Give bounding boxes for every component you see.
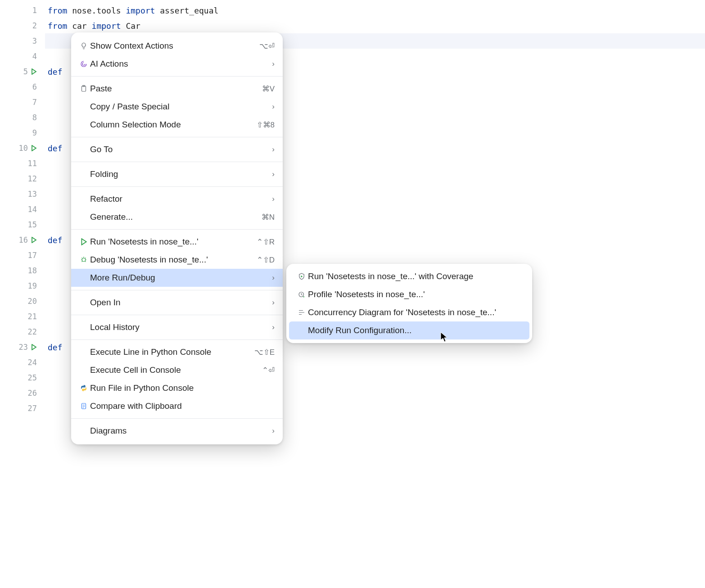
menu-item-shortcut: ⌃⇧D [257, 255, 275, 265]
run-gutter-icon[interactable] [31, 237, 37, 243]
menu-item-diagrams[interactable]: Diagrams › [71, 422, 283, 440]
gutter-line[interactable]: 8 [0, 110, 45, 125]
menu-item-paste[interactable]: Paste ⌘V [71, 80, 283, 98]
chevron-right-icon: › [272, 59, 275, 68]
shield-run-icon [295, 272, 308, 280]
menu-item-label: Run File in Python Console [90, 383, 275, 393]
menu-item-label: Paste [90, 84, 258, 94]
menu-item-copy-paste-special[interactable]: Copy / Paste Special › [71, 98, 283, 116]
menu-item-open-in[interactable]: Open In › [71, 294, 283, 312]
menu-item-label: Run 'Nosetests in nose_te...' [90, 237, 252, 247]
context-menu: Show Context Actions ⌥⏎ AI Actions › Pas… [71, 32, 283, 444]
menu-item-goto[interactable]: Go To › [71, 140, 283, 158]
gutter-line[interactable]: 14 [0, 202, 45, 217]
code-line[interactable]: from car import Car [45, 18, 705, 33]
submenu-item-profile[interactable]: Profile 'Nosetests in nose_te...' [289, 285, 529, 303]
menu-item-execute-line[interactable]: Execute Line in Python Console ⌥⇧E [71, 343, 283, 361]
gutter-line[interactable]: 19 [0, 278, 45, 294]
menu-separator [71, 76, 283, 77]
menu-item-run-tests[interactable]: Run 'Nosetests in nose_te...' ⌃⇧R [71, 233, 283, 251]
gutter-line[interactable]: 24 [0, 355, 45, 370]
menu-item-label: Go To [90, 145, 267, 154]
submenu-item-modify-config[interactable]: Modify Run Configuration... [289, 321, 529, 339]
menu-item-show-context-actions[interactable]: Show Context Actions ⌥⏎ [71, 37, 283, 55]
gutter-line[interactable]: 12 [0, 171, 45, 186]
run-gutter-icon[interactable] [31, 344, 37, 350]
menu-separator [71, 137, 283, 137]
gutter-line-run[interactable]: 5 [0, 64, 45, 79]
chevron-right-icon: › [272, 170, 275, 179]
run-gutter-icon[interactable] [31, 145, 37, 151]
gutter-line[interactable]: 7 [0, 95, 45, 110]
menu-separator [71, 418, 283, 419]
gutter: 1 2 3 4 5 6 7 8 9 10 11 12 13 14 15 16 1… [0, 0, 45, 588]
gutter-line[interactable]: 2 [0, 18, 45, 33]
gutter-line[interactable]: 17 [0, 248, 45, 263]
gutter-line[interactable]: 25 [0, 370, 45, 385]
menu-item-shortcut: ⌥⏎ [259, 41, 275, 51]
run-icon [77, 238, 90, 245]
gutter-line[interactable]: 11 [0, 156, 45, 171]
gutter-line[interactable]: 18 [0, 263, 45, 278]
menu-item-label: Run 'Nosetests in nose_te...' with Cover… [308, 271, 521, 281]
gutter-line[interactable]: 9 [0, 125, 45, 140]
menu-item-shortcut: ⌥⇧E [254, 348, 275, 357]
menu-item-debug-tests[interactable]: Debug 'Nosetests in nose_te...' ⌃⇧D [71, 251, 283, 269]
svg-point-2 [82, 258, 86, 262]
menu-item-label: Local History [90, 322, 267, 332]
menu-item-label: Compare with Clipboard [90, 401, 275, 411]
menu-item-compare-clipboard[interactable]: Compare with Clipboard [71, 397, 283, 415]
menu-item-local-history[interactable]: Local History › [71, 318, 283, 336]
clock-run-icon [295, 290, 308, 299]
gutter-line[interactable]: 15 [0, 217, 45, 232]
gutter-line[interactable]: 4 [0, 49, 45, 64]
gutter-line-run[interactable]: 10 [0, 140, 45, 156]
python-icon [77, 384, 90, 392]
menu-item-generate[interactable]: Generate... ⌘N [71, 208, 283, 226]
code-line[interactable]: from nose.tools import assert_equal [45, 3, 705, 18]
gutter-line[interactable]: 21 [0, 309, 45, 324]
gutter-line[interactable]: 26 [0, 385, 45, 401]
menu-item-run-file-console[interactable]: Run File in Python Console [71, 379, 283, 397]
menu-item-refactor[interactable]: Refactor › [71, 190, 283, 208]
menu-item-column-selection[interactable]: Column Selection Mode ⇧⌘8 [71, 116, 283, 134]
menu-item-execute-cell[interactable]: Execute Cell in Console ⌃⏎ [71, 361, 283, 379]
chevron-right-icon: › [272, 102, 275, 111]
gutter-line-run[interactable]: 16 [0, 232, 45, 248]
menu-item-shortcut: ⌃⏎ [262, 366, 275, 375]
submenu-item-run-coverage[interactable]: Run 'Nosetests in nose_te...' with Cover… [289, 267, 529, 285]
gutter-line[interactable]: 20 [0, 294, 45, 309]
more-run-debug-submenu: Run 'Nosetests in nose_te...' with Cover… [286, 264, 532, 343]
menu-item-label: Debug 'Nosetests in nose_te...' [90, 255, 252, 265]
menu-separator [71, 290, 283, 290]
gutter-line[interactable]: 13 [0, 186, 45, 202]
menu-separator [71, 315, 283, 315]
chevron-right-icon: › [272, 273, 275, 282]
gutter-line[interactable]: 27 [0, 401, 45, 416]
run-gutter-icon[interactable] [31, 68, 37, 75]
menu-separator [71, 186, 283, 187]
gutter-line[interactable]: 6 [0, 79, 45, 95]
menu-item-label: Concurrency Diagram for 'Nosetests in no… [308, 308, 521, 317]
menu-item-label: Show Context Actions [90, 41, 255, 51]
gutter-line[interactable]: 3 [0, 33, 45, 49]
compare-clipboard-icon [77, 402, 90, 410]
gutter-line-run[interactable]: 23 [0, 339, 45, 355]
chevron-right-icon: › [272, 298, 275, 307]
bug-icon [77, 256, 90, 264]
submenu-item-concurrency[interactable]: Concurrency Diagram for 'Nosetests in no… [289, 303, 529, 321]
menu-item-shortcut: ⇧⌘8 [257, 120, 275, 130]
menu-item-label: Copy / Paste Special [90, 102, 267, 112]
menu-item-shortcut: ⌘N [262, 213, 275, 222]
gutter-line[interactable]: 22 [0, 324, 45, 339]
gutter-line[interactable]: 1 [0, 3, 45, 18]
chevron-right-icon: › [272, 426, 275, 435]
chevron-right-icon: › [272, 194, 275, 204]
menu-separator [71, 339, 283, 340]
menu-item-folding[interactable]: Folding › [71, 165, 283, 183]
menu-item-label: Folding [90, 169, 267, 179]
menu-item-ai-actions[interactable]: AI Actions › [71, 55, 283, 73]
menu-item-label: More Run/Debug [90, 273, 267, 283]
menu-item-more-run-debug[interactable]: More Run/Debug › [71, 269, 283, 287]
chevron-right-icon: › [272, 323, 275, 332]
